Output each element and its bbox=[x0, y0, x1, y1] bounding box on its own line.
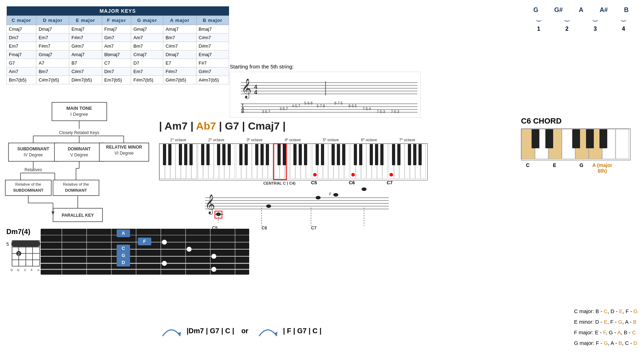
svg-rect-158 bbox=[8, 143, 58, 161]
flow-diagram-section: MAIN TONE I Degree Closely Related Keys … bbox=[4, 101, 159, 232]
table-body: Cmaj7Dmaj7Emaj7Fmaj7Gmaj7Amaj7Bmaj7Dm7Em… bbox=[7, 25, 229, 84]
col-header: D major bbox=[36, 16, 69, 25]
svg-rect-97 bbox=[359, 144, 362, 165]
svg-text:G: G bbox=[17, 268, 19, 272]
table-cell: C#m7 bbox=[69, 67, 102, 76]
svg-text:VI Degree: VI Degree bbox=[115, 151, 134, 156]
num-1: 1 bbox=[529, 26, 548, 32]
table-cell: B7 bbox=[69, 59, 102, 67]
table-cell: C#m7(b5) bbox=[36, 76, 69, 84]
svg-point-114 bbox=[390, 173, 393, 176]
music-staff-svg: 𝄞 4 4 T A B 3-5-7 3-5-7 4-5-7 5-6-8 5-7-… bbox=[230, 72, 421, 118]
key-progressions-list: C major: B - C, D - E, F - G E minor: D … bbox=[574, 306, 638, 348]
table-cell: Bm7 bbox=[131, 42, 163, 50]
svg-rect-99 bbox=[375, 144, 378, 165]
guitar-chord-title: Dm7(4) bbox=[6, 228, 41, 236]
svg-text:♯: ♯ bbox=[329, 191, 331, 197]
table-cell: Amaj7 bbox=[69, 50, 102, 59]
table-cell: Am7 bbox=[131, 34, 163, 42]
svg-text:4: 4 bbox=[254, 89, 257, 95]
chord-prog-suffix: | G7 | Cmaj7 | bbox=[216, 120, 286, 132]
svg-point-233 bbox=[211, 254, 216, 259]
svg-rect-144 bbox=[532, 129, 539, 148]
table-title: MAJOR KEYS bbox=[7, 6, 229, 16]
svg-rect-85 bbox=[332, 144, 335, 165]
octave-4: 4º octave bbox=[274, 138, 312, 142]
table-cell: Em7 bbox=[7, 42, 36, 50]
svg-rect-72 bbox=[293, 144, 297, 165]
svg-point-128 bbox=[362, 187, 367, 191]
svg-rect-198 bbox=[11, 241, 40, 247]
kp-line-4: G major: F - G, A - B, C - D bbox=[574, 338, 638, 348]
table-cell: A7 bbox=[36, 59, 69, 67]
table-cell: E7 bbox=[163, 59, 197, 67]
col-header: A major bbox=[163, 16, 197, 25]
table-cell: G7 bbox=[7, 59, 36, 67]
svg-text:C: C bbox=[122, 246, 125, 251]
table-cell: Bm7 bbox=[163, 34, 197, 42]
svg-rect-84 bbox=[321, 144, 324, 165]
svg-rect-49 bbox=[222, 144, 226, 165]
or-text: or bbox=[241, 327, 248, 335]
table-cell: A#m7(b5) bbox=[197, 76, 229, 84]
svg-point-124 bbox=[266, 204, 271, 208]
flow-diagram-svg: MAIN TONE I Degree Closely Related Keys … bbox=[4, 101, 157, 231]
table-cell: Em7(b5) bbox=[102, 76, 131, 84]
svg-text:8-7-5: 8-7-5 bbox=[334, 101, 343, 105]
svg-text:A: A bbox=[37, 268, 40, 272]
table-row: Dm7Em7F#m7Gm7Am7Bm7C#m7 bbox=[7, 34, 229, 42]
svg-rect-146 bbox=[572, 129, 580, 148]
svg-rect-47 bbox=[206, 144, 210, 165]
svg-rect-74 bbox=[304, 144, 307, 165]
svg-rect-86 bbox=[337, 144, 340, 165]
svg-point-231 bbox=[162, 240, 167, 245]
svg-text:IV Degree: IV Degree bbox=[24, 152, 43, 157]
table-cell: Em7 bbox=[36, 34, 69, 42]
svg-text:8-6-5: 8-6-5 bbox=[349, 104, 357, 108]
guitar-chord-section: Dm7(4) 5 2 D G C F A bbox=[6, 228, 41, 273]
table-cell: Bm7 bbox=[36, 67, 69, 76]
table-cell: Cmaj7 bbox=[7, 25, 36, 34]
svg-rect-34 bbox=[163, 144, 166, 165]
col-header: F major bbox=[102, 16, 131, 25]
svg-rect-96 bbox=[354, 144, 357, 165]
svg-rect-62 bbox=[266, 144, 269, 165]
c6-label-C: C bbox=[521, 162, 534, 174]
chord-diagram-svg: 2 D G C F A bbox=[10, 237, 41, 273]
svg-text:𝄞: 𝄞 bbox=[205, 194, 215, 215]
right-progression-text: | F | G7 | C | bbox=[283, 327, 322, 335]
svg-rect-58 bbox=[239, 144, 242, 165]
table-cell: Gm7 bbox=[102, 34, 131, 42]
svg-text:DOMINANT: DOMINANT bbox=[65, 188, 87, 192]
table-cell: Dm7 bbox=[102, 67, 131, 76]
svg-text:D: D bbox=[11, 268, 13, 272]
svg-point-127 bbox=[333, 193, 338, 197]
piano-keyboard-svg: // This will be rendered via inline SVG … bbox=[159, 143, 428, 180]
major-keys-section: MAJOR KEYS C majorD majorE majorF majorG… bbox=[6, 6, 229, 84]
major-keys-table: MAJOR KEYS C majorD majorE majorF majorG… bbox=[6, 6, 229, 84]
c6-chord-section: C6 CHORD C E G A (major 6th) bbox=[521, 116, 638, 174]
kp-line-3: F major: E - F, G - A, B - C bbox=[574, 327, 638, 338]
svg-rect-148 bbox=[599, 129, 607, 148]
table-cell: F#m7 bbox=[69, 34, 102, 42]
table-cell: G#m7 bbox=[69, 42, 102, 50]
note-G: G bbox=[527, 6, 545, 14]
arrow-3: ⌣ bbox=[586, 15, 604, 25]
table-cell: Dmaj7 bbox=[36, 25, 69, 34]
table-cell: C#m7 bbox=[197, 34, 229, 42]
svg-rect-83 bbox=[316, 144, 319, 165]
svg-text:MAIN TONE: MAIN TONE bbox=[66, 106, 92, 111]
table-cell: F#m7 bbox=[163, 67, 197, 76]
table-row: Cmaj7Dmaj7Emaj7Fmaj7Gmaj7Amaj7Bmaj7 bbox=[7, 25, 229, 34]
piano-staff-svg: 𝄞 ♯ C5 C6 C7 bbox=[191, 180, 392, 237]
svg-text:Relative of the: Relative of the bbox=[63, 182, 89, 186]
svg-rect-38 bbox=[189, 144, 193, 165]
svg-text:SUBDOMINANT: SUBDOMINANT bbox=[13, 188, 43, 192]
svg-rect-113 bbox=[418, 144, 422, 165]
svg-text:7-5-3: 7-5-3 bbox=[377, 110, 385, 114]
c6-label-E: E bbox=[548, 162, 561, 174]
svg-text:7-5-3: 7-5-3 bbox=[391, 110, 399, 114]
column-headers-row: C majorD majorE majorF majorG majorA maj… bbox=[7, 16, 229, 25]
arrow-2: ⌣ bbox=[558, 15, 576, 25]
num-3: 3 bbox=[586, 26, 604, 32]
